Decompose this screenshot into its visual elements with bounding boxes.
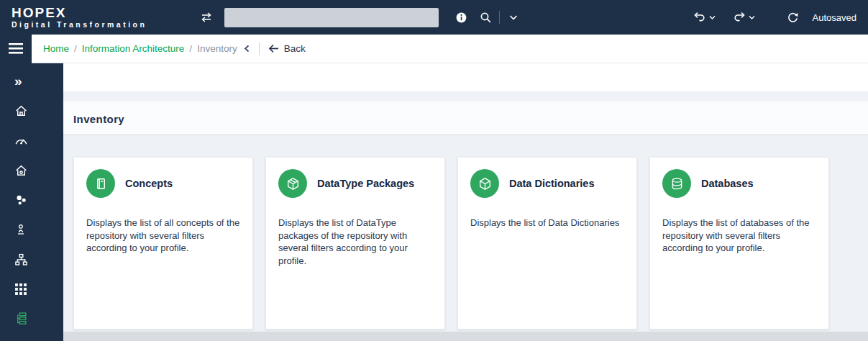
info-icon[interactable] xyxy=(452,8,470,27)
back-label: Back xyxy=(284,43,306,54)
card-concepts[interactable]: Concepts Displays the list of all concep… xyxy=(73,157,253,329)
hamburger-menu-button[interactable] xyxy=(0,35,32,63)
back-arrow-icon xyxy=(268,44,279,53)
redo-chevron-icon[interactable] xyxy=(749,15,755,20)
card-databases[interactable]: Databases Displays the list of databases… xyxy=(649,157,829,329)
datatype-package-icon xyxy=(278,169,307,198)
inventory-cards: Concepts Displays the list of all concep… xyxy=(63,135,868,329)
undo-group xyxy=(690,8,716,27)
main-area: Inventory Concepts Displays the list of … xyxy=(63,63,868,341)
breadcrumb-current-inventory: Inventory xyxy=(197,43,237,54)
sidebar-item-workflow[interactable] xyxy=(14,245,36,274)
breadcrumb-divider xyxy=(259,42,260,55)
workflow-icon xyxy=(14,253,28,266)
card-description: Displays the list of DataType packages o… xyxy=(278,217,432,267)
hopex-logo: HOPEX Digital Transformation xyxy=(12,6,147,29)
sidebar-item-home-alt[interactable] xyxy=(14,155,36,185)
page-title: Inventory xyxy=(73,113,858,125)
left-sidebar: » xyxy=(0,63,63,341)
page-header: Inventory xyxy=(63,101,868,135)
data-dictionary-icon xyxy=(470,169,499,198)
top-bar: HOPEX Digital Transformation xyxy=(0,0,868,35)
search-icon[interactable] xyxy=(476,8,495,27)
home-alt-icon xyxy=(14,164,28,177)
breadcrumb-home[interactable]: Home xyxy=(43,43,69,54)
back-button[interactable]: Back xyxy=(268,43,306,54)
content-gap xyxy=(63,91,868,101)
sidebar-item-home[interactable] xyxy=(14,96,36,125)
redo-icon[interactable] xyxy=(730,8,749,27)
card-datatype-packages[interactable]: DataType Packages Displays the list of D… xyxy=(265,157,445,329)
undo-icon[interactable] xyxy=(690,8,709,27)
home-icon xyxy=(14,104,28,117)
logo-subtitle: Digital Transformation xyxy=(12,20,147,29)
sidebar-item-hierarchy[interactable] xyxy=(14,304,36,334)
redo-group xyxy=(730,8,755,27)
sync-icon[interactable] xyxy=(784,8,803,27)
card-description: Displays the list of Data Dictionaries xyxy=(470,217,624,229)
breadcrumb-separator: / xyxy=(74,43,77,54)
org-tree-icon xyxy=(14,312,29,326)
breadcrumb-separator: / xyxy=(189,43,192,54)
double-chevron-right-icon: » xyxy=(14,74,22,88)
sidebar-item-community[interactable] xyxy=(14,185,36,214)
database-icon xyxy=(662,169,691,198)
content-top-strip xyxy=(63,63,868,91)
card-title: DataType Packages xyxy=(317,178,414,189)
topbar-divider xyxy=(499,11,500,24)
sidebar-item-governance[interactable] xyxy=(14,215,36,245)
sidebar-item-apps-grid[interactable] xyxy=(14,274,36,304)
swap-icon[interactable] xyxy=(197,8,216,27)
hamburger-icon xyxy=(9,43,23,54)
chevron-down-icon[interactable] xyxy=(504,8,523,27)
breadcrumb-collapse-icon[interactable] xyxy=(243,45,250,53)
concepts-book-icon xyxy=(86,169,115,198)
topbar-right-group: Autosaved xyxy=(690,8,856,27)
card-description: Displays the list of all concepts of the… xyxy=(86,217,240,255)
grid-icon xyxy=(14,283,27,296)
global-search-input[interactable] xyxy=(224,8,439,27)
breadcrumb: Home / Information Architecture / Invent… xyxy=(43,43,237,54)
card-description: Displays the list of databases of the re… xyxy=(662,217,816,255)
sidebar-item-dashboard[interactable] xyxy=(14,126,36,155)
autosaved-label: Autosaved xyxy=(813,12,856,23)
breadcrumb-bar: Home / Information Architecture / Invent… xyxy=(0,35,868,63)
people-bubbles-icon xyxy=(14,194,28,206)
gauge-icon xyxy=(14,135,28,146)
breadcrumb-information-architecture[interactable]: Information Architecture xyxy=(82,43,185,54)
card-title: Data Dictionaries xyxy=(509,178,594,189)
card-title: Databases xyxy=(701,178,754,189)
logo-title: HOPEX xyxy=(12,6,147,20)
card-data-dictionaries[interactable]: Data Dictionaries Displays the list of D… xyxy=(457,157,637,329)
sidebar-expand-button[interactable]: » xyxy=(14,66,36,96)
undo-chevron-icon[interactable] xyxy=(709,15,716,20)
status-bar xyxy=(63,332,868,341)
card-title: Concepts xyxy=(125,178,173,189)
chess-piece-icon xyxy=(14,223,27,236)
